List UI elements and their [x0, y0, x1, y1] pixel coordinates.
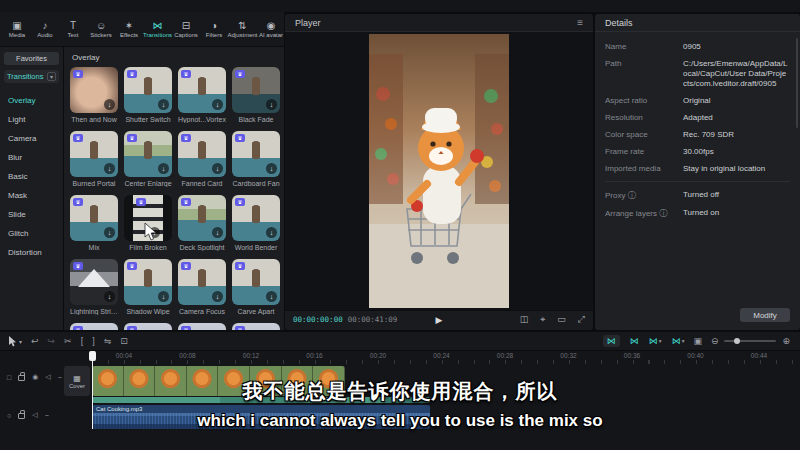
fullscreen-icon[interactable]: ⤢ — [578, 314, 585, 325]
toolbar-item-stickers[interactable]: ☺Stickers — [88, 20, 114, 38]
transition-thumbnail[interactable]: ♛↓ — [178, 131, 226, 177]
sidebar-item-blur[interactable]: Blur — [0, 148, 63, 167]
zoom-in-icon[interactable]: ⊕ — [782, 336, 790, 346]
transition-d-icon-caret[interactable]: ▾ — [682, 338, 685, 344]
download-icon[interactable]: ↓ — [158, 163, 169, 174]
cover-button[interactable]: ▦ Cover — [64, 366, 90, 396]
transition-item-fanned-card[interactable]: ♛↓Fanned Card — [178, 131, 226, 187]
transition-item-world-bender[interactable]: ♛↓World Bender — [232, 195, 280, 251]
transition-item-cardboard-fan[interactable]: ♛↓Cardboard Fan — [232, 131, 280, 187]
collapse-icon[interactable]: − — [58, 374, 62, 381]
trim-left-icon[interactable]: [ — [81, 336, 84, 346]
redo-icon[interactable]: ↪ — [48, 336, 56, 346]
focus-icon[interactable]: ⌖ — [540, 314, 545, 325]
transition-item[interactable]: ♛ — [232, 323, 280, 330]
sidebar-item-overlay[interactable]: Overlay — [0, 91, 63, 110]
transition-item-hypnot-vortex[interactable]: ♛↓Hypnot...Vortex — [178, 67, 226, 123]
toolbar-item-captions[interactable]: ⊟Captions — [173, 20, 199, 38]
sidebar-transitions-group[interactable]: Transitions ▾ — [4, 70, 59, 83]
transition-item-center-enlarge[interactable]: ♛↓Center Enlarge — [124, 131, 172, 187]
transition-item[interactable]: ♛ — [70, 323, 118, 330]
lock-icon[interactable] — [18, 375, 25, 381]
audio-type-icon[interactable]: ○ — [7, 412, 11, 419]
sidebar-item-slide[interactable]: Slide — [0, 205, 63, 224]
transition-item-deck-spotlight[interactable]: ♛↓Deck Spotlight — [178, 195, 226, 251]
toolbar-item-text[interactable]: TText — [60, 20, 86, 38]
transition-d-icon[interactable]: ⋈ — [672, 336, 681, 346]
download-icon[interactable]: ↓ — [212, 163, 223, 174]
video-clip[interactable] — [92, 366, 345, 396]
modify-button[interactable]: Modify — [740, 308, 790, 322]
sidebar-item-basic[interactable]: Basic — [0, 167, 63, 186]
download-icon[interactable]: ↓ — [104, 227, 115, 238]
transition-item-black-fade[interactable]: ♛↓Black Fade — [232, 67, 280, 123]
transition-item-film-broken[interactable]: ♛↓Film Broken — [124, 195, 172, 251]
download-icon[interactable]: ↓ — [266, 227, 277, 238]
compare-icon[interactable]: ◫ — [520, 314, 529, 325]
timeline-zoom-slider[interactable] — [724, 340, 776, 342]
toolbar-item-effects[interactable]: ✶Effects — [116, 20, 142, 38]
transition-thumbnail[interactable]: ♛↓ — [70, 131, 118, 177]
undo-icon[interactable]: ↩ — [31, 336, 39, 346]
transition-item-burned-portal[interactable]: ♛↓Burned Portal — [70, 131, 118, 187]
play-button[interactable]: ▶ — [436, 315, 443, 325]
download-icon[interactable]: ↓ — [104, 99, 115, 110]
lock-icon[interactable] — [18, 413, 25, 419]
ratio-icon[interactable]: ▭ — [557, 314, 566, 325]
sidebar-item-distortion[interactable]: Distortion — [0, 243, 63, 262]
download-icon[interactable]: ↓ — [158, 99, 169, 110]
transition-thumbnail[interactable]: ♛↓ — [70, 259, 118, 305]
download-icon[interactable]: ↓ — [212, 291, 223, 302]
transition-thumbnail[interactable]: ♛↓ — [70, 67, 118, 113]
audio-clip[interactable]: Cat Cooking.mp3 — [92, 405, 430, 429]
transition-item-then-and-now[interactable]: ♛↓Then and Now — [70, 67, 118, 123]
transition-thumbnail[interactable]: ♛↓ — [232, 195, 280, 241]
transition-a-icon[interactable]: ⋈ — [603, 335, 620, 347]
player-menu-icon[interactable]: ≡ — [577, 17, 583, 28]
transition-thumbnail[interactable]: ♛ — [124, 323, 172, 330]
timeline-ruler[interactable]: 00:0400:0800:1200:1600:2000:2400:2800:32… — [92, 351, 800, 364]
sidebar-item-glitch[interactable]: Glitch — [0, 224, 63, 243]
toolbar-item-adjustment[interactable]: ⇅Adjustment — [229, 20, 256, 38]
collapse-group-icon[interactable]: ▾ — [47, 72, 56, 81]
transition-thumbnail[interactable]: ♛↓ — [178, 259, 226, 305]
download-icon[interactable]: ↓ — [212, 227, 223, 238]
download-icon[interactable]: ↓ — [266, 291, 277, 302]
download-icon[interactable]: ↓ — [266, 163, 277, 174]
sidebar-item-mask[interactable]: Mask — [0, 186, 63, 205]
sidebar-item-light[interactable]: Light — [0, 110, 63, 129]
mute-icon[interactable]: ◁ — [45, 373, 50, 381]
download-icon[interactable]: ↓ — [266, 99, 277, 110]
collapse-icon[interactable]: − — [45, 412, 49, 419]
download-icon[interactable]: ↓ — [104, 291, 115, 302]
crop-icon[interactable]: ⊡ — [120, 336, 128, 346]
trim-right-icon[interactable]: ] — [92, 336, 95, 346]
toolbar-item-transitions[interactable]: ⋈Transitions — [144, 20, 171, 38]
transition-thumbnail[interactable]: ♛↓ — [178, 195, 226, 241]
transition-thumbnail[interactable]: ♛↓ — [178, 67, 226, 113]
video-preview[interactable] — [369, 34, 509, 308]
download-icon[interactable]: ↓ — [104, 163, 115, 174]
preview-axis-icon[interactable]: ▣ — [693, 336, 702, 346]
mirror-icon[interactable]: ⇋ — [104, 336, 112, 346]
transition-item-shadow-wipe[interactable]: ♛↓Shadow Wipe — [124, 259, 172, 315]
transition-thumbnail[interactable]: ♛ — [232, 323, 280, 330]
toolbar-item-ai-avatar[interactable]: ◉AI avatar — [258, 20, 284, 38]
transition-thumbnail[interactable]: ♛↓ — [232, 67, 280, 113]
transition-thumbnail[interactable]: ♛↓ — [124, 67, 172, 113]
transition-b-icon[interactable]: ⋈ — [630, 336, 639, 346]
zoom-out-icon[interactable]: ⊖ — [711, 336, 719, 346]
transition-thumbnail[interactable]: ♛↓ — [124, 131, 172, 177]
download-icon[interactable]: ↓ — [158, 291, 169, 302]
transition-item-lightning-strike[interactable]: ♛↓Lightning Strike — [70, 259, 118, 315]
eye-icon[interactable]: ◉ — [32, 373, 38, 381]
text-track-clip[interactable] — [92, 397, 430, 403]
transition-item-carve-apart[interactable]: ♛↓Carve Apart — [232, 259, 280, 315]
mute-icon[interactable]: ◁ — [32, 411, 37, 419]
transition-c-icon-caret[interactable]: ▾ — [659, 338, 662, 344]
transition-thumbnail[interactable]: ♛ — [178, 323, 226, 330]
toolbar-item-media[interactable]: ▣Media — [4, 20, 30, 38]
transition-thumbnail[interactable]: ♛↓ — [124, 259, 172, 305]
transition-item-shutter-switch[interactable]: ♛↓Shutter Switch — [124, 67, 172, 123]
clip-type-icon[interactable]: □ — [7, 374, 11, 381]
